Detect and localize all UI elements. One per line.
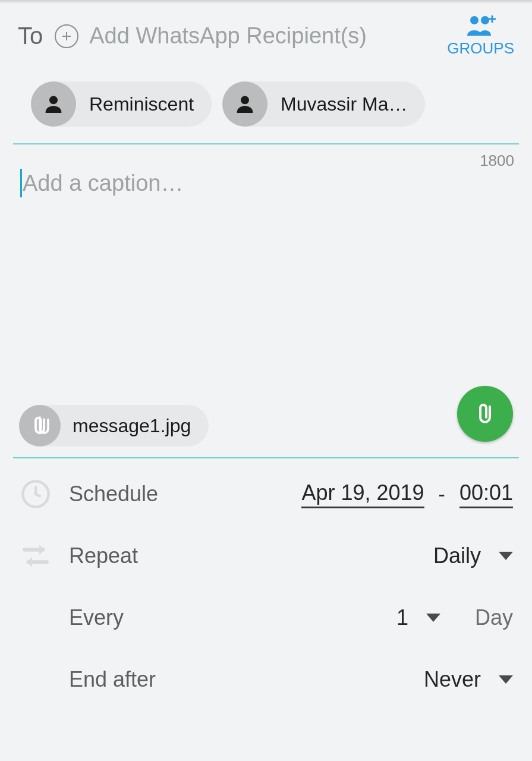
recipient-chips: Reminiscent Muvassir Ma… [13,64,519,144]
every-unit: Day [475,605,513,630]
text-cursor [20,169,22,197]
svg-point-7 [241,96,249,104]
groups-button[interactable]: GROUPS [447,14,514,58]
char-count: 1800 [480,152,514,170]
add-recipient-placeholder[interactable]: Add WhatsApp Recipient(s) [89,23,447,49]
svg-point-3 [481,16,489,24]
recipient-name: Reminiscent [89,93,194,115]
end-after-label: End after [69,667,424,692]
dash-separator: - [435,483,449,506]
chevron-down-icon [499,552,513,560]
every-row: Every 1 Day [13,587,519,649]
recipient-name: Muvassir Ma… [281,93,407,115]
to-label: To [18,23,43,49]
recipient-header: To Add WhatsApp Recipient(s) GROUPS [0,4,532,64]
attachment-chip[interactable]: message1.jpg [19,405,209,446]
caption-area[interactable]: 1800 Add a caption… [13,144,519,400]
schedule-date[interactable]: Apr 19, 2019 [301,480,424,508]
recipient-chip[interactable]: Muvassir Ma… [222,81,425,127]
every-count-dropdown[interactable]: 1 [396,605,440,630]
repeat-icon [19,539,52,573]
attachment-row: message1.jpg [13,400,519,458]
person-icon [222,81,267,127]
paperclip-icon [471,400,499,428]
add-recipient-icon[interactable] [55,24,78,48]
schedule-label: Schedule [69,482,301,507]
chevron-down-icon [499,675,513,684]
attachment-icon [19,405,61,446]
end-after-value: Never [424,667,481,692]
caption-input[interactable]: Add a caption… [19,171,513,196]
attachment-filename: message1.jpg [73,415,191,437]
repeat-value: Daily [433,543,481,568]
repeat-label: Repeat [69,543,433,568]
end-after-dropdown[interactable]: Never [424,667,513,692]
clock-icon [19,477,52,511]
schedule-row: Schedule Apr 19, 2019 - 00:01 [13,463,519,525]
every-count: 1 [396,605,408,630]
groups-icon [464,14,498,37]
person-icon [31,81,76,127]
recipient-chip[interactable]: Reminiscent [31,81,212,127]
chevron-down-icon [426,614,440,622]
caption-placeholder: Add a caption… [19,171,183,196]
repeat-row: Repeat Daily [13,525,519,587]
repeat-dropdown[interactable]: Daily [433,543,513,568]
svg-point-6 [49,96,58,104]
settings-section: Schedule Apr 19, 2019 - 00:01 Repeat Dai… [13,458,519,710]
schedule-time[interactable]: 00:01 [459,480,513,508]
attach-button[interactable] [457,386,513,442]
svg-point-2 [470,16,479,24]
end-after-row: End after Never [13,649,519,710]
every-label: Every [69,605,396,630]
groups-label: GROUPS [447,39,514,58]
